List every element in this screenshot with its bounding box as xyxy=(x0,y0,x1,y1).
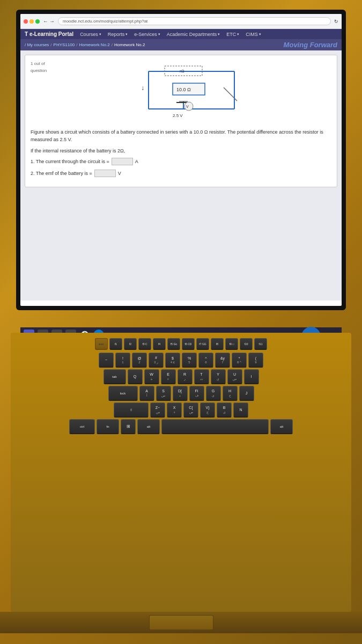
key-z[interactable]: Z~س xyxy=(150,402,165,418)
nav-academic[interactable]: Academic Departments xyxy=(167,32,220,37)
zxcv-row: ⇧ Z~س Xء C{ص V}ج Bى N xyxy=(15,402,347,418)
key-f11[interactable]: f11 xyxy=(254,338,267,350)
question-box: 1 out of question xyxy=(25,55,337,187)
out-of-label: 1 out of xyxy=(31,61,47,68)
key-ctrl[interactable]: ctrl xyxy=(69,419,95,434)
key-8[interactable]: *8 ^ xyxy=(232,353,247,368)
back-button[interactable]: ← xyxy=(43,18,48,24)
question-1-line: 1. The current through the circuit is = … xyxy=(31,158,331,165)
svg-line-15 xyxy=(224,87,237,101)
screen-bezel: ← → moodle.nct.edu.om/mod/quiz/attempt.p… xyxy=(16,10,346,310)
breadcrumb-hw2: Homework No.2 xyxy=(114,42,145,47)
forward-button[interactable]: → xyxy=(49,18,55,24)
svg-text:10.0 Ω: 10.0 Ω xyxy=(176,87,191,92)
nav-courses[interactable]: Courses xyxy=(80,32,101,37)
key-j[interactable]: J xyxy=(239,386,254,401)
key-x[interactable]: Xء xyxy=(167,402,182,418)
key-f1[interactable]: f1 xyxy=(109,338,122,350)
internal-resistance-text: If the internal resistance of the batter… xyxy=(31,147,331,155)
key-b[interactable]: Bى xyxy=(217,402,232,418)
asdf-row: lock Aأ Sس D[د FIف Gى Hح J xyxy=(15,386,347,401)
key-windows[interactable]: ⊞ xyxy=(121,419,136,434)
key-capslock[interactable]: lock xyxy=(108,386,138,401)
browser-action-icons: ↻ xyxy=(334,19,338,24)
key-tab[interactable]: tab xyxy=(104,369,126,384)
browser-bar: ← → moodle.nct.edu.om/mod/quiz/attempt.p… xyxy=(20,14,342,29)
key-esc[interactable]: esc xyxy=(95,338,108,350)
breadcrumb-mycourses[interactable]: / My courses xyxy=(25,42,49,47)
key-c[interactable]: C{ص xyxy=(183,402,198,418)
breadcrumb-hw1[interactable]: Homework No.2 xyxy=(79,42,109,47)
key-4[interactable]: $4 £ xyxy=(165,353,180,368)
key-f[interactable]: FIف xyxy=(189,386,204,401)
key-9[interactable]: (9 xyxy=(248,353,263,368)
q1-answer-box[interactable] xyxy=(112,158,133,165)
navbar: T e-Learning Portal Courses Reports e-Se… xyxy=(20,29,342,39)
nav-reports[interactable]: Reports xyxy=(108,32,128,37)
key-y[interactable]: Yى xyxy=(211,369,226,384)
key-f9[interactable]: f9 □ xyxy=(225,338,238,350)
bottom-bar xyxy=(0,612,362,633)
key-f7[interactable]: f7 GG xyxy=(196,338,209,350)
key-f10[interactable]: f10 xyxy=(240,338,253,350)
site-brand[interactable]: T e-Learning Portal xyxy=(25,31,73,37)
key-f8[interactable]: f8 xyxy=(211,338,224,350)
question-label: question xyxy=(31,68,47,75)
figure-description: Figure shows a circuit which consists of… xyxy=(31,128,331,144)
key-w[interactable]: Wة xyxy=(144,369,159,384)
key-2[interactable]: @2 xyxy=(132,353,147,368)
q2-text: 2. The emf of the battery is = xyxy=(31,171,92,176)
key-5[interactable]: %5 xyxy=(182,353,197,368)
close-icon[interactable] xyxy=(24,19,28,24)
refresh-icon[interactable]: ↻ xyxy=(334,19,338,24)
key-i[interactable]: I xyxy=(244,369,259,384)
laptop-body: ← → moodle.nct.edu.om/mod/quiz/attempt.p… xyxy=(0,0,362,644)
svg-text:↓: ↓ xyxy=(141,84,144,92)
key-v[interactable]: V}ج xyxy=(200,402,215,418)
question-meta: 1 out of question xyxy=(31,61,47,75)
key-3[interactable]: #3 ر xyxy=(149,353,164,368)
key-q[interactable]: Q xyxy=(128,369,143,384)
key-shift-left[interactable]: ⇧ xyxy=(114,402,149,418)
key-h[interactable]: Hح xyxy=(223,386,238,401)
key-alt-right[interactable]: alt xyxy=(270,419,293,434)
key-tilde[interactable]: ~ xyxy=(99,353,114,368)
key-g[interactable]: Gى xyxy=(206,386,221,401)
number-row: ~ !1 @2 #3 ر $4 £ %5 ^6 &y7 *8 ^ (9 xyxy=(15,353,347,368)
fn-key-row: esc f1 f2 f3 C f4 f5 Go f6 CD f7 GG f8 f… xyxy=(15,338,347,350)
key-r[interactable]: Rر xyxy=(178,369,193,384)
key-n[interactable]: N xyxy=(233,402,248,418)
key-f3[interactable]: f3 C xyxy=(138,338,151,350)
key-a[interactable]: Aأ xyxy=(139,386,154,401)
qwerty-row: tab Q Wة Eء Rر Tت Yى Uس I xyxy=(15,369,347,384)
key-7[interactable]: &y7 xyxy=(215,353,230,368)
key-f6[interactable]: f6 CD xyxy=(182,338,195,350)
breadcrumb-phys[interactable]: PHYS1100 xyxy=(54,42,75,47)
key-space[interactable] xyxy=(161,419,269,434)
maximize-icon[interactable] xyxy=(35,19,40,24)
key-f2[interactable]: f2 xyxy=(124,338,137,350)
key-f5[interactable]: f5 Go xyxy=(167,338,180,350)
touchpad[interactable] xyxy=(149,615,213,630)
key-t[interactable]: Tت xyxy=(194,369,209,384)
nav-cims[interactable]: CIMS xyxy=(246,32,261,37)
question-header: 1 out of question xyxy=(31,61,331,124)
key-alt[interactable]: alt xyxy=(137,419,160,434)
key-fn[interactable]: fn xyxy=(97,419,119,434)
key-d[interactable]: D[د xyxy=(173,386,188,401)
question-2-line: 2. The emf of the battery is = V xyxy=(31,170,331,177)
nav-eservices[interactable]: e-Services xyxy=(134,32,160,37)
svg-text:2.5 V: 2.5 V xyxy=(173,113,183,118)
q2-answer-box[interactable] xyxy=(94,170,116,177)
key-e[interactable]: Eء xyxy=(161,369,176,384)
minimize-icon[interactable] xyxy=(29,19,34,24)
key-6[interactable]: ^6 xyxy=(198,353,213,368)
key-u[interactable]: Uس xyxy=(227,369,242,384)
url-bar[interactable]: moodle.nct.edu.om/mod/quiz/attempt.php?a… xyxy=(58,17,331,25)
key-f4[interactable]: f4 xyxy=(153,338,166,350)
nav-etc[interactable]: ETC xyxy=(226,32,239,37)
circuit-svg: rΩ ↓ 10.0 Ω xyxy=(132,61,250,120)
key-s[interactable]: Sس xyxy=(156,386,171,401)
key-1[interactable]: !1 xyxy=(115,353,130,368)
main-content: 1 out of question xyxy=(20,50,342,301)
